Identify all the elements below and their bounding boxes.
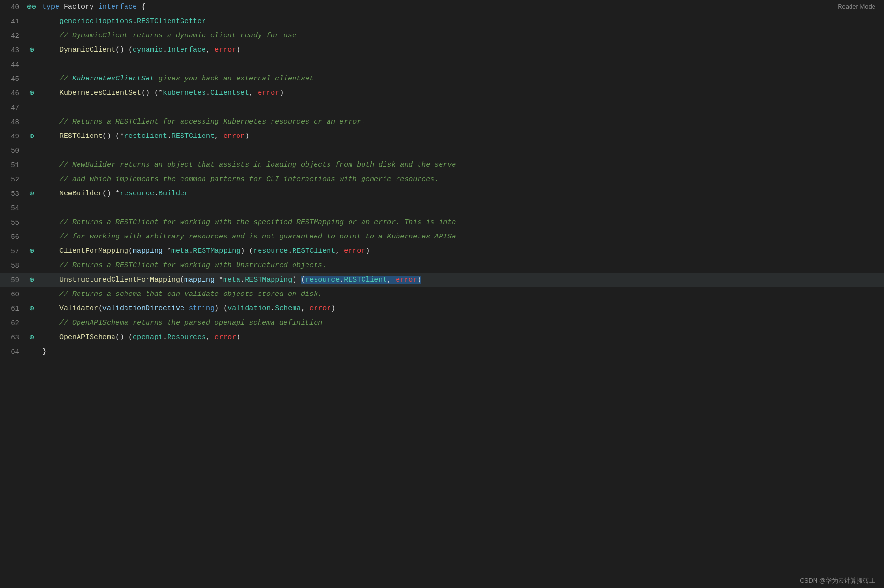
go-icon: ⊕ [29, 187, 34, 201]
code-line-47: 47 [0, 101, 884, 115]
code-line-63: 63 ⊕ OpenAPISchema() (openapi.Resources,… [0, 330, 884, 345]
code-line-44: 44 [0, 57, 884, 72]
go-icon: ⊕ [29, 129, 34, 144]
line-number: 55 [0, 215, 25, 230]
code-line-48: 48 // Returns a RESTClient for accessing… [0, 115, 884, 129]
line-number: 64 [0, 345, 25, 359]
line-number: 53 [0, 187, 25, 201]
go-icon: ⊕ [29, 43, 34, 57]
line-content: // Returns a schema that can validate ob… [38, 287, 884, 302]
line-content: // Returns a RESTClient for working with… [38, 215, 884, 230]
line-content: KubernetesClientSet() (*kubernetes.Clien… [38, 86, 884, 101]
go-icon: ⊕ [29, 86, 34, 101]
line-number: 63 [0, 330, 25, 345]
line-content: OpenAPISchema() (openapi.Resources, erro… [38, 330, 884, 345]
line-number: 50 [0, 144, 25, 158]
line-number: 42 [0, 29, 25, 43]
line-content: genericclioptions.RESTClientGetter [38, 14, 884, 29]
line-number: 51 [0, 158, 25, 172]
go-icon: ⊕ [29, 302, 34, 316]
line-number: 46 [0, 86, 25, 101]
code-line-53: 53 ⊕ NewBuilder() *resource.Builder [0, 187, 884, 201]
code-line-62: 62 // OpenAPISchema returns the parsed o… [0, 316, 884, 330]
line-content: // OpenAPISchema returns the parsed open… [38, 316, 884, 330]
line-number: 58 [0, 259, 25, 273]
line-number: 54 [0, 201, 25, 215]
line-number: 52 [0, 172, 25, 187]
code-line-40: 40 ⊕⊕ type Factory interface { [0, 0, 884, 14]
line-content: } [38, 345, 884, 359]
code-line-64: 64 } [0, 345, 884, 359]
line-content: // KubernetesClientSet gives you back an… [38, 72, 884, 86]
code-line-51: 51 // NewBuilder returns an object that … [0, 158, 884, 172]
line-icon: ⊕ [25, 129, 38, 144]
line-icon: ⊕ [25, 244, 38, 259]
line-content: NewBuilder() *resource.Builder [38, 187, 884, 201]
code-line-56: 56 // for working with arbitrary resourc… [0, 230, 884, 244]
line-icon: ⊕ [25, 302, 38, 316]
code-line-43: 43 ⊕ DynamicClient() (dynamic.Interface,… [0, 43, 884, 57]
code-line-49: 49 ⊕ RESTClient() (*restclient.RESTClien… [0, 129, 884, 144]
code-line-57: 57 ⊕ ClientForMapping(mapping *meta.REST… [0, 244, 884, 259]
line-content: RESTClient() (*restclient.RESTClient, er… [38, 129, 884, 144]
code-line-42: 42 // DynamicClient returns a dynamic cl… [0, 29, 884, 43]
code-line-54: 54 [0, 201, 884, 215]
code-line-45: 45 // KubernetesClientSet gives you back… [0, 72, 884, 86]
line-number: 57 [0, 244, 25, 259]
code-line-55: 55 // Returns a RESTClient for working w… [0, 215, 884, 230]
line-number: 61 [0, 302, 25, 316]
line-content: // NewBuilder returns an object that ass… [38, 158, 884, 172]
line-icon: ⊕ [25, 43, 38, 57]
line-icon: ⊕⊕ [25, 0, 38, 14]
line-number: 45 [0, 72, 25, 86]
line-content: UnstructuredClientForMapping(mapping *me… [38, 273, 884, 287]
code-line-58: 58 // Returns a RESTClient for working w… [0, 259, 884, 273]
line-number: 41 [0, 14, 25, 29]
line-number: 59 [0, 273, 25, 287]
line-number: 60 [0, 287, 25, 302]
line-number: 43 [0, 43, 25, 57]
line-content: Validator(validationDirective string) (v… [38, 302, 884, 316]
code-line-60: 60 // Returns a schema that can validate… [0, 287, 884, 302]
line-icon: ⊕ [25, 273, 38, 287]
code-line-61: 61 ⊕ Validator(validationDirective strin… [0, 302, 884, 316]
line-content: // DynamicClient returns a dynamic clien… [38, 29, 884, 43]
line-number: 49 [0, 129, 25, 144]
line-icon: ⊕ [25, 187, 38, 201]
code-line-50: 50 [0, 144, 884, 158]
code-line-41: 41 genericclioptions.RESTClientGetter [0, 14, 884, 29]
code-line-59: 59 ⊕ UnstructuredClientForMapping(mappin… [0, 273, 884, 287]
line-content: // Returns a RESTClient for working with… [38, 259, 884, 273]
line-content: DynamicClient() (dynamic.Interface, erro… [38, 43, 884, 57]
line-number: 48 [0, 115, 25, 129]
brand-label: CSDN @华为云计算搬砖工 [791, 574, 884, 588]
go-icon: ⊕ [27, 0, 32, 14]
line-content: type Factory interface { [38, 0, 884, 14]
line-number: 56 [0, 230, 25, 244]
line-content: // and which implements the common patte… [38, 172, 884, 187]
go-icon2: ⊕ [32, 0, 36, 14]
line-number: 44 [0, 57, 25, 72]
go-icon: ⊕ [29, 273, 34, 287]
line-number: 40 [0, 0, 25, 14]
go-icon: ⊕ [29, 244, 34, 259]
line-number: 62 [0, 316, 25, 330]
line-number: 47 [0, 101, 25, 115]
line-content: // for working with arbitrary resources … [38, 230, 884, 244]
line-icon: ⊕ [25, 330, 38, 345]
line-content: // Returns a RESTClient for accessing Ku… [38, 115, 884, 129]
code-line-52: 52 // and which implements the common pa… [0, 172, 884, 187]
line-content: ClientForMapping(mapping *meta.RESTMappi… [38, 244, 884, 259]
code-container: Reader Mode 40 ⊕⊕ type Factory interface… [0, 0, 884, 588]
code-line-46: 46 ⊕ KubernetesClientSet() (*kubernetes.… [0, 86, 884, 101]
go-icon: ⊕ [29, 330, 34, 345]
line-icon: ⊕ [25, 86, 38, 101]
